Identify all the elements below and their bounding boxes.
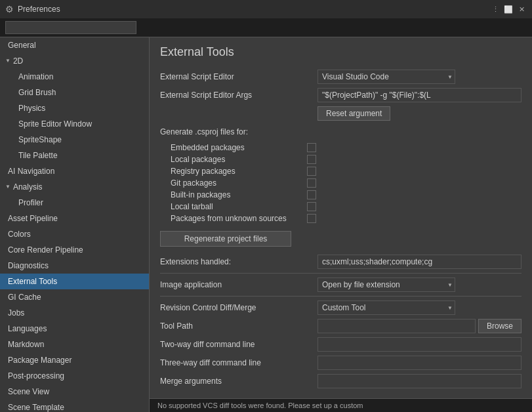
checkbox-row-embedded: Embedded packages [160, 143, 522, 152]
sidebar-item-post-processing[interactable]: Post-processing [0, 368, 149, 384]
sidebar-item-core-render-pipeline[interactable]: Core Render Pipeline [0, 242, 149, 258]
sidebar-item-2d[interactable]: ▼ 2D [0, 53, 149, 69]
local-tarball-checkbox[interactable] [307, 202, 316, 211]
reset-argument-control: Reset argument [317, 106, 522, 121]
sidebar-item-languages[interactable]: Languages [0, 321, 149, 337]
sidebar-item-scene-view[interactable]: Scene View [0, 384, 149, 400]
checkbox-row-built-in: Built-in packages [160, 190, 522, 199]
checkbox-row-local: Local packages [160, 155, 522, 164]
unknown-sources-checkbox[interactable] [307, 214, 316, 223]
tool-path-inner: Browse [317, 319, 522, 333]
tool-path-label: Tool Path [160, 321, 317, 331]
sidebar-item-sprite-editor-window[interactable]: Sprite Editor Window [0, 116, 149, 132]
image-application-label: Image application [160, 280, 317, 289]
registry-checkbox[interactable] [307, 167, 316, 176]
divider-2 [160, 296, 522, 297]
checkboxes-container: Embedded packages Local packages Registr… [160, 143, 522, 223]
image-application-control: Open by file extension ▼ [317, 278, 522, 292]
two-way-control [317, 337, 522, 352]
search-bar [0, 18, 532, 37]
tool-path-input[interactable] [317, 319, 476, 333]
sidebar-item-physics[interactable]: Physics [0, 100, 149, 116]
revision-control-label: Revision Control Diff/Merge [160, 303, 317, 312]
sidebar-item-analysis[interactable]: ▼ Analysis [0, 179, 149, 195]
revision-control-dropdown[interactable]: Custom Tool [317, 300, 455, 315]
checkbox-row-registry: Registry packages [160, 167, 522, 176]
checkbox-row-git: Git packages [160, 178, 522, 188]
revision-control-row: Revision Control Diff/Merge Custom Tool … [160, 300, 522, 315]
gear-icon: ⚙ [5, 4, 14, 14]
sidebar-item-asset-pipeline[interactable]: Asset Pipeline [0, 211, 149, 226]
external-script-editor-args-row: External Script Editor Args "$(ProjectPa… [160, 88, 522, 102]
sidebar-item-sprite-shape[interactable]: SpriteShape [0, 132, 149, 148]
arrow-analysis: ▼ [5, 181, 10, 193]
more-options-button[interactable]: ⋮ [490, 4, 501, 14]
merge-row: Merge arguments [160, 374, 522, 388]
external-script-editor-dropdown-wrapper[interactable]: Visual Studio Code ▼ [317, 70, 455, 84]
external-script-editor-args-control: "$(ProjectPath)" -g "$(File)":$(L [317, 88, 522, 102]
arrow-2d: ▼ [5, 55, 10, 67]
sidebar-item-ai-navigation[interactable]: AI Navigation [0, 163, 149, 179]
sidebar-item-tile-palette[interactable]: Tile Palette [0, 148, 149, 163]
merge-control [317, 374, 522, 388]
two-way-row: Two-way diff command line [160, 337, 522, 352]
sidebar: General ▼ 2D Animation Grid Brush Physic… [0, 37, 150, 412]
sidebar-item-animation[interactable]: Animation [0, 69, 149, 85]
sidebar-item-scene-template[interactable]: Scene Template [0, 400, 149, 412]
browse-button[interactable]: Browse [478, 319, 522, 333]
reset-argument-button[interactable]: Reset argument [317, 106, 390, 121]
revision-control-dropdown-wrapper[interactable]: Custom Tool ▼ [317, 300, 455, 315]
image-application-row: Image application Open by file extension… [160, 278, 522, 292]
main-content: General ▼ 2D Animation Grid Brush Physic… [0, 37, 532, 412]
regenerate-row: Regenerate project files [160, 227, 522, 251]
local-tarball-label: Local tarball [160, 202, 307, 211]
sidebar-item-markdown[interactable]: Markdown [0, 337, 149, 352]
embedded-label: Embedded packages [160, 143, 307, 152]
merge-input[interactable] [317, 374, 522, 388]
sidebar-item-gi-cache[interactable]: GI Cache [0, 289, 149, 305]
sidebar-label-2d: 2D [13, 55, 23, 67]
page-title: External Tools [160, 45, 522, 59]
three-way-control [317, 356, 522, 370]
content-scroll: External Tools External Script Editor Vi… [150, 37, 532, 398]
sidebar-item-profiler[interactable]: Profiler [0, 195, 149, 211]
registry-label: Registry packages [160, 167, 307, 176]
built-in-checkbox[interactable] [307, 190, 316, 199]
extensions-row: Extensions handled: cs;uxml;uss;shader;c… [160, 255, 522, 269]
external-script-editor-dropdown[interactable]: Visual Studio Code [317, 70, 455, 84]
sidebar-item-external-tools[interactable]: External Tools [0, 274, 149, 289]
sidebar-item-colors[interactable]: Colors [0, 226, 149, 242]
external-script-editor-row: External Script Editor Visual Studio Cod… [160, 70, 522, 84]
two-way-label: Two-way diff command line [160, 340, 317, 349]
external-script-editor-args-label: External Script Editor Args [160, 91, 317, 100]
reset-argument-row: Reset argument [160, 106, 522, 121]
two-way-input[interactable] [317, 337, 522, 352]
merge-label: Merge arguments [160, 377, 317, 386]
generate-csproj-label: Generate .csproj files for: [160, 127, 317, 136]
three-way-input[interactable] [317, 356, 522, 370]
sidebar-item-jobs[interactable]: Jobs [0, 305, 149, 321]
image-application-dropdown[interactable]: Open by file extension [317, 278, 455, 292]
image-application-dropdown-wrapper[interactable]: Open by file extension ▼ [317, 278, 455, 292]
local-label: Local packages [160, 155, 307, 164]
local-checkbox[interactable] [307, 155, 316, 164]
extensions-control: cs;uxml;uss;shader;compute;cg [317, 255, 522, 269]
revision-control-control: Custom Tool ▼ [317, 300, 522, 315]
sidebar-item-general[interactable]: General [0, 37, 149, 53]
sidebar-label-analysis: Analysis [13, 181, 43, 193]
divider-1 [160, 273, 522, 274]
restore-button[interactable]: ⬜ [503, 4, 514, 14]
checkbox-row-unknown-sources: Packages from unknown sources [160, 214, 522, 223]
regenerate-button[interactable]: Regenerate project files [160, 231, 291, 247]
sidebar-item-grid-brush[interactable]: Grid Brush [0, 85, 149, 100]
search-input[interactable] [5, 21, 136, 34]
sidebar-item-diagnostics[interactable]: Diagnostics [0, 258, 149, 274]
sidebar-item-package-manager[interactable]: Package Manager [0, 352, 149, 368]
external-script-editor-args-value: "$(ProjectPath)" -g "$(File)":$(L [317, 88, 522, 102]
unknown-sources-label: Packages from unknown sources [160, 214, 307, 223]
title-bar: ⚙ Preferences ⋮ ⬜ ✕ [0, 0, 532, 18]
git-checkbox[interactable] [307, 178, 316, 188]
close-button[interactable]: ✕ [516, 4, 527, 14]
tool-path-control: Browse [317, 319, 522, 333]
embedded-checkbox[interactable] [307, 143, 316, 152]
